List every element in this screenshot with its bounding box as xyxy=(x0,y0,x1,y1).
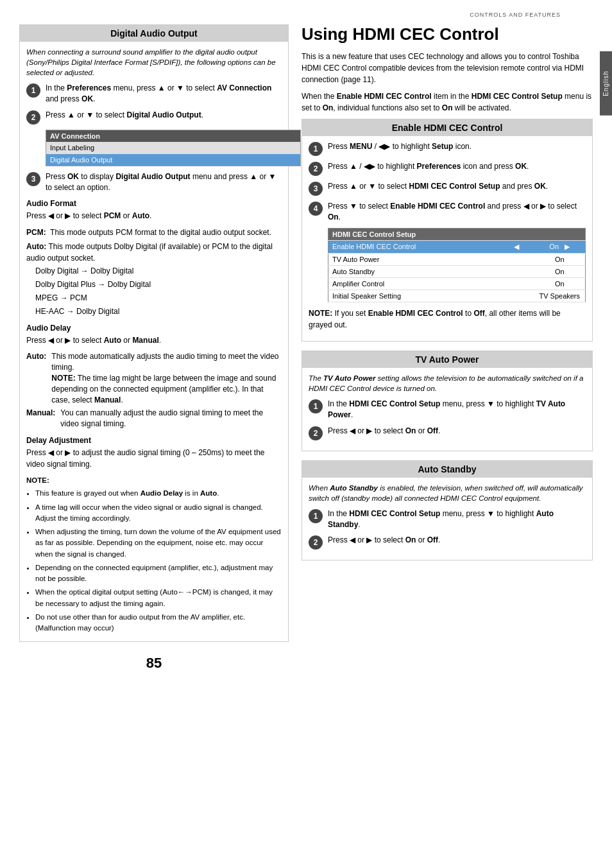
enable-step-4-num: 4 xyxy=(309,202,323,216)
main-content: Digital Audio Output When connecting a s… xyxy=(0,18,612,684)
tv-auto-step-1: 1 In the HDMI CEC Control Setup menu, pr… xyxy=(309,399,586,421)
enable-step-3: 3 Press ▲ or ▼ to select HDMI CEC Contro… xyxy=(309,181,586,196)
hdmi-note: NOTE: If you set Enable HDMI CEC Control… xyxy=(309,308,586,331)
hdmi-table-header-row: HDMI CEC Control Setup xyxy=(328,228,586,240)
tv-auto-step-2-text: Press ◀ or ▶ to select On or Off. xyxy=(328,426,586,437)
step-2-num: 2 xyxy=(26,110,40,125)
english-tab: English xyxy=(600,51,612,116)
tv-auto-power-intro: The TV Auto Power setting allows the tel… xyxy=(309,373,586,394)
hdmi-row-tv-auto-value: On xyxy=(534,253,586,265)
enable-hdmi-content: 1 Press MENU / ◀▶ to highlight Setup ico… xyxy=(302,136,592,341)
arrow-dolby2: Dolby Digital Plus → Dolby Digital xyxy=(26,279,282,290)
digital-audio-output-content: When connecting a surround sound amplifi… xyxy=(20,42,288,641)
auto-mode-desc: This mode automatically adjusts the audi… xyxy=(51,351,282,405)
hdmi-row-speaker-empty xyxy=(511,290,534,302)
arrow-mpeg: MPEG → PCM xyxy=(26,292,282,304)
auto-standby-step-1-num: 1 xyxy=(309,509,323,523)
step-1-num: 1 xyxy=(26,83,40,98)
auto-desc-block: Auto: This mode outputs Dolby Digital (i… xyxy=(26,241,282,317)
auto-standby-step-1-text: In the HDMI CEC Control Setup menu, pres… xyxy=(328,508,586,530)
hdmi-row-amp-control-value: On xyxy=(534,277,586,290)
enable-hdmi-section: Enable HDMI CEC Control 1 Press MENU / ◀… xyxy=(302,119,593,342)
hdmi-row-amp-control-empty xyxy=(511,277,534,290)
enable-step-3-text: Press ▲ or ▼ to select HDMI CEC Control … xyxy=(328,181,586,192)
enable-step-2-text: Press ▲ / ◀▶ to highlight Preferences ic… xyxy=(328,161,586,172)
hdmi-row-speaker-label: Initial Speaker Setting xyxy=(328,290,511,302)
note-item-4: Depending on the connected equipment (am… xyxy=(35,562,282,585)
auto-mode-line: Auto: This mode automatically adjusts th… xyxy=(26,351,282,405)
enable-step-1-num: 1 xyxy=(309,142,323,156)
menu-row-digital-audio: Digital Audio Output xyxy=(46,154,300,166)
audio-delay-heading: Audio Delay xyxy=(26,324,282,333)
step-3: 3 Press OK to display Digital Audio Outp… xyxy=(26,171,282,193)
step-3-num: 3 xyxy=(26,172,40,186)
manual-mode-line: Manual: You can manually adjust the audi… xyxy=(26,408,282,430)
hdmi-row-auto-standby-empty xyxy=(511,265,534,277)
digital-audio-output-title: Digital Audio Output xyxy=(20,25,288,42)
hdmi-row-amp-control-label: Amplifier Control xyxy=(328,277,511,290)
tv-auto-step-2: 2 Press ◀ or ▶ to select On or Off. xyxy=(309,426,586,440)
left-column: Digital Audio Output When connecting a s… xyxy=(19,24,289,678)
note-list: This feature is grayed out when Audio De… xyxy=(26,488,282,634)
hdmi-row-auto-standby-label: Auto Standby xyxy=(328,265,511,277)
digital-audio-output-section: Digital Audio Output When connecting a s… xyxy=(19,24,289,642)
tv-auto-power-content: The TV Auto Power setting allows the tel… xyxy=(302,368,592,451)
hdmi-row-speaker: Initial Speaker Setting TV Speakers xyxy=(328,290,586,302)
auto-standby-title: Auto Standby xyxy=(302,461,592,478)
hdmi-row-enable-value: On ▶ xyxy=(534,240,586,253)
hdmi-intro1: This is a new feature that uses CEC tech… xyxy=(302,51,593,85)
hdmi-table-wrapper: HDMI CEC Control Setup Enable HDMI CEC C… xyxy=(328,228,586,302)
hdmi-intro2: When the Enable HDMI CEC Control item in… xyxy=(302,91,593,114)
audio-delay-desc: Press ◀ or ▶ to select Auto or Manual. xyxy=(26,334,282,346)
hdmi-row-tv-auto: TV Auto Power On xyxy=(328,253,586,265)
hdmi-row-enable-label: Enable HDMI CEC Control xyxy=(328,240,511,253)
auto-label: Auto: xyxy=(26,351,46,405)
hdmi-table-header: HDMI CEC Control Setup xyxy=(328,228,586,240)
delay-adj-desc: Press ◀ or ▶ to adjust the audio signal … xyxy=(26,447,282,470)
auto-standby-step-2-num: 2 xyxy=(309,535,323,550)
enable-step-1-text: Press MENU / ◀▶ to highlight Setup icon. xyxy=(328,141,586,152)
pcm-desc: PCM: This mode outputs PCM format to the… xyxy=(26,227,282,238)
hdmi-row-auto-standby-value: On xyxy=(534,265,586,277)
step-1: 1 In the Preferences menu, press ▲ or ▼ … xyxy=(26,83,282,105)
auto-standby-intro: When Auto Standby is enabled, the televi… xyxy=(309,483,586,503)
enable-step-4: 4 Press ▼ to select Enable HDMI CEC Cont… xyxy=(309,201,586,223)
auto-standby-step-1: 1 In the HDMI CEC Control Setup menu, pr… xyxy=(309,508,586,530)
note-item-3: When adjusting the timing, turn down the… xyxy=(35,526,282,560)
auto-standby-section: Auto Standby When Auto Standby is enable… xyxy=(302,460,593,561)
hdmi-row-speaker-value: TV Speakers xyxy=(534,290,586,302)
intro-text: When connecting a surround sound amplifi… xyxy=(26,47,282,78)
note-item-1: This feature is grayed out when Audio De… xyxy=(35,488,282,499)
note-title: NOTE: xyxy=(26,475,282,486)
enable-hdmi-title: Enable HDMI CEC Control xyxy=(302,119,592,136)
hdmi-row-amp-control: Amplifier Control On xyxy=(328,277,586,290)
hdmi-row-auto-standby: Auto Standby On xyxy=(328,265,586,277)
note-section: NOTE: This feature is grayed out when Au… xyxy=(26,475,282,634)
enable-step-2-num: 2 xyxy=(309,162,323,176)
hdmi-row-tv-auto-label: TV Auto Power xyxy=(328,253,511,265)
tv-auto-power-title: TV Auto Power xyxy=(302,351,592,368)
hdmi-row-enable: Enable HDMI CEC Control ◀ On ▶ xyxy=(328,240,586,253)
menu-table: AV Connection Input Labeling Digital Aud… xyxy=(46,130,301,166)
audio-format-desc: Press ◀ or ▶ to select PCM or Auto. xyxy=(26,210,282,221)
step-2-text: Press ▲ or ▼ to select Digital Audio Out… xyxy=(46,110,282,121)
enable-step-3-num: 3 xyxy=(309,182,323,196)
step-2: 2 Press ▲ or ▼ to select Digital Audio O… xyxy=(26,110,282,125)
tv-auto-power-section: TV Auto Power The TV Auto Power setting … xyxy=(302,351,593,451)
note-item-6: Do not use other than for audio output f… xyxy=(35,612,282,634)
tv-auto-step-1-num: 1 xyxy=(309,399,323,413)
auto-standby-step-2-text: Press ◀ or ▶ to select On or Off. xyxy=(328,535,586,546)
delay-adj-heading: Delay Adjustment xyxy=(26,436,282,445)
enable-step-2: 2 Press ▲ / ◀▶ to highlight Preferences … xyxy=(309,161,586,176)
page-number: 85 xyxy=(19,655,289,672)
manual-label: Manual: xyxy=(26,408,55,430)
audio-format-heading: Audio Format xyxy=(26,199,282,208)
step-3-text: Press OK to display Digital Audio Output… xyxy=(46,171,282,193)
top-header: CONTROLS AND FEATURES xyxy=(0,6,612,18)
menu-row-input-labeling: Input Labeling xyxy=(46,142,300,154)
auto-standby-step-2: 2 Press ◀ or ▶ to select On or Off. xyxy=(309,535,586,550)
hdmi-cec-table: HDMI CEC Control Setup Enable HDMI CEC C… xyxy=(328,228,586,302)
note-item-2: A time lag will occur when the video sig… xyxy=(35,502,282,525)
auto-delay-block: Auto: This mode automatically adjusts th… xyxy=(26,351,282,405)
enable-step-1: 1 Press MENU / ◀▶ to highlight Setup ico… xyxy=(309,141,586,156)
